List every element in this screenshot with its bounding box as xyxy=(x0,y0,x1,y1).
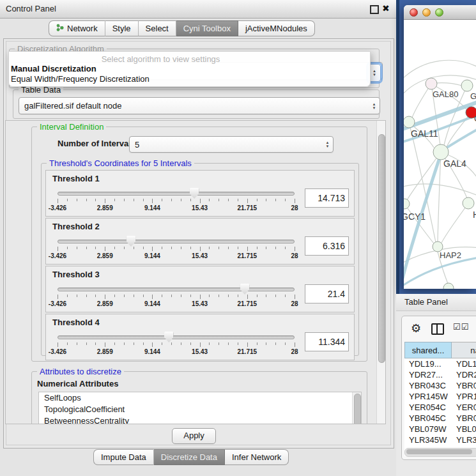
slider-tick xyxy=(67,247,68,249)
tab-cyni-toolbox[interactable]: Cyni Toolbox xyxy=(176,20,238,36)
number-of-intervals-stepper[interactable]: ▲ ▼ xyxy=(322,137,333,152)
slider-range xyxy=(58,187,295,199)
bottom-tab-label: Discretize Data xyxy=(161,452,217,462)
tab-jactivemnodules[interactable]: jActiveMNodules xyxy=(238,20,315,36)
slider-thumb[interactable] xyxy=(164,332,174,342)
threshold-slider[interactable]: -3.4262.8599.14415.4321.71528 xyxy=(55,282,297,311)
network-node-label: GAL4 xyxy=(443,158,466,169)
slider-tick xyxy=(247,295,248,299)
zoom-traffic-light[interactable] xyxy=(435,8,443,17)
slider-tick xyxy=(285,342,286,345)
table-row[interactable]: YDR27...YDR2 xyxy=(404,369,476,380)
attribute-list-item[interactable]: TopologicalCoefficient xyxy=(39,404,361,415)
slider-tick-label: 9.144 xyxy=(144,252,160,259)
table-data-combobox[interactable]: galFiltered.sif default node ▲ ▼ xyxy=(19,97,380,114)
slider-thumb[interactable] xyxy=(190,188,199,199)
network-edge[interactable] xyxy=(441,203,468,243)
slider-tick xyxy=(86,342,87,345)
slider-tick xyxy=(134,247,134,249)
network-edge[interactable] xyxy=(404,60,476,81)
popup-item-equal-width-frequency[interactable]: Equal Width/Frequency Discretization xyxy=(11,74,150,84)
network-node-label: GA xyxy=(470,91,476,101)
threshold-slider[interactable]: -3.4262.8599.14415.4321.71528 xyxy=(55,234,297,263)
table-horizontal-scrollbar[interactable] xyxy=(404,448,476,457)
control-panel-titlebar: Control Panel ✖ xyxy=(0,0,396,19)
network-node-gcy1[interactable] xyxy=(404,199,410,209)
threshold-value-field[interactable]: 14.713 xyxy=(305,188,349,208)
split-panel-icon[interactable] xyxy=(431,323,444,335)
table-row[interactable]: YBR043CYBR0 xyxy=(404,380,476,391)
table-panel-body: ⚙ ☑☑ shared... na YDL19...YDL1YDR27...YD… xyxy=(401,316,476,460)
minimize-traffic-light[interactable] xyxy=(422,8,431,17)
slider-tick-label: 21.715 xyxy=(238,204,257,211)
close-icon[interactable]: ✖ xyxy=(382,3,390,13)
slider-tick xyxy=(77,199,77,201)
network-edge[interactable] xyxy=(407,152,441,200)
threshold-body: -3.4262.8599.14415.4321.715286.316 xyxy=(55,234,349,263)
bottom-tab-infer-network[interactable]: Infer Network xyxy=(225,449,289,465)
network-node-ga[interactable] xyxy=(461,80,473,91)
bottom-tab-discretize-data[interactable]: Discretize Data xyxy=(154,449,225,465)
numerical-attributes-list[interactable]: SelfLoopsTopologicalCoefficientBetweenne… xyxy=(38,392,362,424)
popup-item-manual-discretization[interactable]: Manual Discretization xyxy=(11,64,96,73)
table-row[interactable]: YDL19...YDL1 xyxy=(404,358,476,369)
threshold-value-field[interactable]: 21.4 xyxy=(305,284,349,303)
table-cell: YBR043C xyxy=(404,380,452,391)
table-row[interactable]: YLR345WYLR3 xyxy=(404,434,476,445)
network-highlight-edge[interactable] xyxy=(404,102,476,130)
settings-scrollbar-thumb[interactable] xyxy=(378,134,385,363)
slider-tick xyxy=(219,342,219,345)
slider-range xyxy=(58,282,295,295)
network-canvas[interactable]: GAL80GACGAL11GAL4GCY1HHAP2 xyxy=(404,20,476,289)
network-highlight-edge[interactable] xyxy=(404,257,476,287)
table-row[interactable]: YBL079WYBL0 xyxy=(404,424,476,434)
algorithm-placeholder: Select algorithm to view settings xyxy=(9,54,312,64)
slider-tick-label: 28 xyxy=(291,348,298,355)
tab-style[interactable]: Style xyxy=(105,20,139,36)
select-columns-checkboxes-icon[interactable]: ☑☑ xyxy=(453,322,469,332)
threshold-label: Threshold 3 xyxy=(52,270,100,279)
attributes-list-scrollbar[interactable] xyxy=(352,392,361,424)
thresholds-group-title: Threshold's Coordinates for 5 Intervals xyxy=(47,158,194,168)
network-node-h[interactable] xyxy=(463,197,474,209)
threshold-value-field[interactable]: 6.316 xyxy=(305,236,349,256)
slider-tick xyxy=(143,342,144,345)
attribute-list-item[interactable]: SelfLoops xyxy=(39,392,361,404)
tab-network[interactable]: Network xyxy=(49,20,105,36)
column-header-shared-name[interactable]: shared... xyxy=(404,342,452,358)
threshold-slider[interactable]: -3.4262.8599.14415.4321.71528 xyxy=(55,330,297,358)
table-row[interactable]: YBR045CYBR0 xyxy=(404,413,476,424)
number-of-intervals-combobox[interactable]: 5 ▲ ▼ xyxy=(129,136,334,153)
table-row[interactable]: YPR145WYPR1 xyxy=(404,391,476,402)
table-row[interactable]: YER054CYER0 xyxy=(404,402,476,413)
close-traffic-light[interactable] xyxy=(410,8,418,17)
slider-tick xyxy=(77,295,77,297)
bottom-tab-impute-data[interactable]: Impute Data xyxy=(93,449,154,465)
settings-vertical-scrollbar[interactable] xyxy=(376,121,385,424)
network-canvas-svg[interactable]: GAL80GACGAL11GAL4GCY1HHAP2 xyxy=(404,20,476,289)
network-node[interactable] xyxy=(443,283,454,289)
attribute-list-item[interactable]: BetweennessCentrality xyxy=(39,415,361,424)
gear-icon[interactable]: ⚙ xyxy=(411,321,421,335)
slider-thumb[interactable] xyxy=(127,236,136,247)
apply-button[interactable]: Apply xyxy=(172,428,216,444)
network-node-gal11[interactable] xyxy=(404,116,415,128)
table-data-combobox-stepper[interactable]: ▲ ▼ xyxy=(369,98,380,114)
slider-thumb[interactable] xyxy=(240,284,250,295)
table-horizontal-scrollbar-thumb[interactable] xyxy=(406,449,472,454)
float-window-icon[interactable] xyxy=(370,5,379,14)
network-node-gal80[interactable] xyxy=(426,78,437,89)
top-tab-bar: NetworkStyleSelectCyni ToolboxjActiveMNo… xyxy=(49,20,315,36)
slider-range xyxy=(58,234,295,247)
attributes-list-scrollbar-thumb[interactable] xyxy=(354,394,361,424)
tab-select[interactable]: Select xyxy=(139,20,176,36)
slider-tick xyxy=(124,199,125,201)
column-header-name[interactable]: na xyxy=(452,342,476,358)
threshold-value-field[interactable]: 11.344 xyxy=(305,332,349,351)
slider-tick xyxy=(275,295,276,297)
threshold-slider[interactable]: -3.4262.8599.14415.4321.71528 xyxy=(55,187,297,215)
slider-tick xyxy=(219,295,219,297)
slider-tick xyxy=(67,342,68,345)
network-node-gal4[interactable] xyxy=(433,144,449,160)
algorithm-dropdown-popup: Select algorithm to view settings Manual… xyxy=(8,51,371,87)
